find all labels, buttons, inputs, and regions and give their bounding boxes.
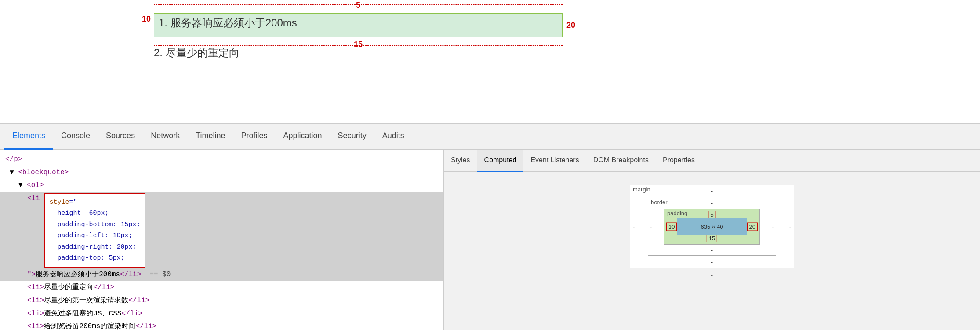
dim-right-label: 20 [566, 21, 575, 30]
margin-top-val: - [711, 188, 713, 194]
padding-right-val: 20 [747, 223, 758, 231]
box-model-container: margin - - - - border - - - - paddin [444, 172, 980, 287]
tab-sources[interactable]: Sources [98, 123, 143, 150]
h-line-top [154, 4, 563, 5]
tab-application[interactable]: Application [276, 123, 330, 150]
tab-security[interactable]: Security [330, 123, 374, 150]
tab-audits[interactable]: Audits [374, 123, 412, 150]
dom-line-4b: ">服务器响应必须小于200ms</li> == $0 [0, 268, 443, 282]
item1-text: 1. 服务器响应必须小于200ms [159, 17, 297, 29]
dom-line-6: <li>尽量少的第一次渲染请求数</li> [0, 294, 443, 308]
dim-top-label: 5 [356, 1, 360, 10]
border-label: border [651, 199, 668, 205]
margin-left-val: - [633, 224, 635, 230]
tab-console[interactable]: Console [53, 123, 98, 150]
item2-text: 2. 尽量少的重定向 [154, 37, 980, 60]
tab-computed[interactable]: Computed [477, 150, 524, 172]
box-margin: margin - - - - border - - - - paddin [630, 185, 794, 268]
tab-event-listeners[interactable]: Event Listeners [523, 150, 586, 172]
border-top-val: - [711, 200, 713, 206]
main-content: </p> ▼ <blockquote> ▼ <ol> <li style=" h… [0, 150, 980, 330]
border-left-val: - [650, 224, 652, 230]
dom-line-1: </p> [0, 153, 443, 166]
padding-right-container: 20 [747, 223, 758, 231]
padding-label: padding [667, 210, 687, 216]
dim-left-label: 10 [142, 15, 151, 24]
computed-tabs-bar: Styles Computed Event Listeners DOM Brea… [444, 150, 980, 172]
bottom-dash: - [630, 272, 794, 279]
tab-profiles[interactable]: Profiles [233, 123, 276, 150]
tab-network[interactable]: Network [143, 123, 188, 150]
list-item-container: 5 10 1. 服务器响应必须小于200ms 20 15 [154, 13, 563, 37]
dom-line-2: ▼ <blockquote> [0, 166, 443, 180]
preview-area: 5 10 1. 服务器响应必须小于200ms 20 15 2. 尽量少的重定向 [0, 0, 980, 123]
border-right-val: - [772, 224, 774, 230]
dom-line-7: <li>避免过多阻塞的JS、CSS</li> [0, 308, 443, 321]
tab-timeline[interactable]: Timeline [188, 123, 233, 150]
tab-elements[interactable]: Elements [4, 123, 53, 150]
devtools-tabbar: Elements Console Sources Network Timelin… [0, 123, 980, 150]
box-border: border - - - - padding 5 [648, 198, 776, 256]
computed-panel: Styles Computed Event Listeners DOM Brea… [444, 150, 980, 330]
tab-properties[interactable]: Properties [656, 150, 702, 172]
margin-right-val: - [789, 224, 791, 230]
dom-line-3: ▼ <ol> [0, 179, 443, 192]
dom-line-8: <li>给浏览器留200ms的渲染时间</li> [0, 320, 443, 330]
padding-left-container: 10 [666, 223, 677, 231]
dim-bottom-label: 15 [354, 40, 363, 49]
style-popup: style=" height: 60px; padding-bottom: 15… [44, 193, 145, 268]
padding-left-val: 10 [666, 223, 677, 231]
margin-label: margin [633, 186, 650, 193]
box-content: 635 × 40 [677, 218, 747, 235]
border-bottom-val: - [711, 247, 713, 253]
tab-dom-breakpoints[interactable]: DOM Breakpoints [586, 150, 656, 172]
tab-styles[interactable]: Styles [444, 150, 477, 172]
dom-line-4-highlighted: <li style=" height: 60px; padding-bottom… [0, 192, 443, 268]
dom-panel: </p> ▼ <blockquote> ▼ <ol> <li style=" h… [0, 150, 444, 330]
content-size: 635 × 40 [701, 224, 723, 230]
dom-line-5: <li>尽量少的重定向</li> [0, 281, 443, 294]
highlighted-list-item: 10 1. 服务器响应必须小于200ms 20 [154, 13, 563, 37]
margin-bottom-val: - [711, 259, 713, 265]
box-padding: padding 5 15 10 [664, 209, 760, 245]
box-model: margin - - - - border - - - - paddin [630, 185, 794, 279]
